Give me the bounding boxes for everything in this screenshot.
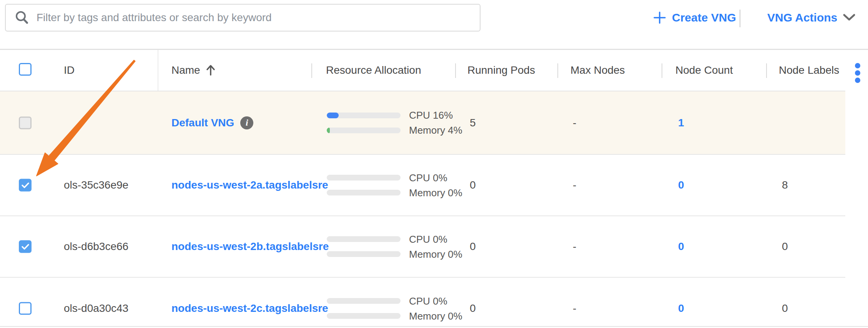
column-header-running-pods[interactable]: Running Pods (467, 64, 535, 76)
resource-allocation-labels: CPU 0% Memory 0% (409, 293, 462, 323)
search-input[interactable] (36, 11, 474, 24)
cpu-label: CPU 0% (409, 234, 462, 245)
cpu-label: CPU 0% (409, 172, 462, 184)
vng-name-link[interactable]: nodes-us-west-2b.tagslabelsre (171, 240, 329, 253)
vng-name-link[interactable]: nodes-us-west-2c.tagslabelsre (171, 302, 328, 315)
vng-list-screen: Create VNG VNG Actions ID Name Resource … (0, 0, 868, 328)
checkmark-icon (21, 243, 30, 250)
max-nodes-value: - (573, 179, 576, 191)
viewport-bottom-border (0, 326, 868, 327)
vng-id: ols-d6b3ce66 (64, 240, 128, 253)
node-count-link[interactable]: 1 (678, 117, 684, 129)
plus-icon (653, 11, 667, 25)
column-header-node-labels[interactable]: Node Labels (779, 64, 839, 76)
vng-name-text: Default VNG (171, 117, 234, 129)
table-row: Default VNG i CPU 16% Memory 4% 5 - 1 (0, 91, 845, 155)
chevron-down-icon (843, 13, 856, 22)
select-all-checkbox[interactable] (19, 63, 32, 76)
vng-name-text: nodes-us-west-2b.tagslabelsre (171, 240, 329, 253)
resource-allocation-labels: CPU 0% Memory 0% (409, 170, 462, 200)
running-pods-value: 5 (470, 117, 476, 129)
row-checkbox[interactable] (19, 302, 32, 315)
memory-bar (327, 190, 401, 195)
table-header-row: ID Name Resource Allocation Running Pods… (0, 50, 845, 91)
column-header-id[interactable]: ID (64, 64, 75, 76)
vng-name-link[interactable]: nodes-us-west-2a.tagslabelsre (171, 179, 328, 191)
create-vng-label: Create VNG (672, 11, 736, 24)
node-count-link[interactable]: 0 (678, 240, 684, 253)
memory-bar (327, 251, 401, 257)
vng-name-link[interactable]: Default VNG i (171, 116, 253, 129)
column-header-node-count[interactable]: Node Count (675, 64, 733, 76)
node-labels-value: 0 (782, 240, 788, 253)
cpu-label: CPU 16% (409, 109, 462, 121)
column-settings-kebab-icon[interactable] (853, 63, 863, 83)
sort-ascending-icon (206, 64, 216, 76)
header-tick (311, 63, 312, 78)
running-pods-value: 0 (470, 302, 476, 315)
cpu-bar (327, 236, 401, 242)
header-tick (455, 63, 456, 78)
row-checkbox[interactable] (19, 179, 32, 192)
column-header-max-nodes[interactable]: Max Nodes (570, 64, 625, 76)
cpu-bar (327, 175, 401, 181)
table-row: ols-d6b3ce66 nodes-us-west-2b.tagslabels… (0, 216, 845, 278)
memory-label: Memory 0% (409, 248, 462, 260)
memory-label: Memory 0% (409, 310, 462, 322)
toolbar-divider (740, 10, 740, 27)
memory-label: Memory 4% (409, 124, 462, 136)
max-nodes-value: - (573, 240, 576, 253)
vng-name-text: nodes-us-west-2a.tagslabelsre (171, 179, 328, 191)
resource-allocation-labels: CPU 0% Memory 0% (409, 232, 462, 262)
vng-name-text: nodes-us-west-2c.tagslabelsre (171, 302, 328, 315)
running-pods-value: 0 (470, 240, 476, 253)
node-count-link[interactable]: 0 (678, 302, 684, 315)
column-header-name[interactable]: Name (171, 64, 216, 76)
vng-actions-button[interactable]: VNG Actions (765, 8, 858, 27)
cpu-bar (327, 113, 401, 118)
info-icon[interactable]: i (240, 116, 253, 129)
running-pods-value: 0 (470, 179, 476, 191)
checkmark-icon (21, 182, 30, 189)
vng-actions-label: VNG Actions (767, 11, 837, 24)
header-tick (557, 63, 558, 78)
table-row: ols-35c36e9e nodes-us-west-2a.tagslabels… (0, 155, 845, 216)
resource-allocation-labels: CPU 16% Memory 4% (409, 108, 462, 138)
cpu-bar (327, 298, 401, 304)
column-header-name-label: Name (171, 64, 200, 76)
node-count-link[interactable]: 0 (678, 179, 684, 191)
memory-label: Memory 0% (409, 187, 462, 199)
row-checkbox (19, 116, 32, 129)
max-nodes-value: - (573, 302, 576, 315)
resource-allocation-bars (327, 108, 401, 138)
row-checkbox[interactable] (19, 240, 32, 253)
node-labels-value: 8 (782, 179, 788, 191)
memory-bar (327, 128, 401, 133)
node-labels-value: 0 (782, 302, 788, 315)
resource-allocation-bars (327, 170, 401, 200)
header-tick (766, 63, 767, 78)
table-row: ols-d0a30c43 nodes-us-west-2c.tagslabels… (0, 278, 845, 328)
column-header-resource-allocation[interactable]: Resource Allocation (326, 64, 421, 76)
header-tick (662, 63, 662, 78)
resource-allocation-bars (327, 232, 401, 262)
vng-id: ols-35c36e9e (64, 179, 128, 191)
max-nodes-value: - (573, 117, 576, 129)
vng-id: ols-d0a30c43 (64, 302, 128, 315)
resource-allocation-bars (327, 293, 401, 323)
search-icon (14, 10, 30, 25)
memory-bar (327, 313, 401, 319)
create-vng-button[interactable]: Create VNG (650, 8, 738, 27)
filter-search-box[interactable] (5, 4, 481, 31)
cpu-label: CPU 0% (409, 295, 462, 307)
